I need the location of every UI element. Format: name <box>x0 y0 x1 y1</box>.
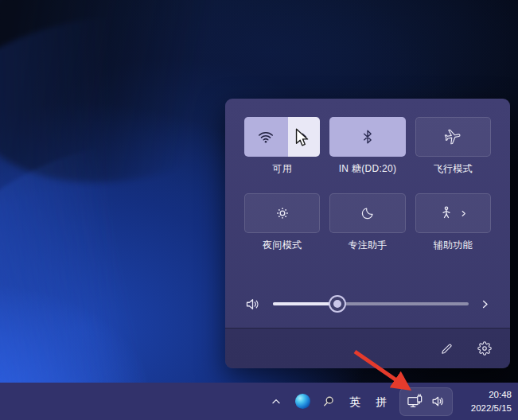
volume-slider[interactable] <box>273 296 469 312</box>
taskbar-clock[interactable]: 20:48 2022/5/15 <box>465 388 512 414</box>
wifi-cell: 可用 <box>244 117 320 176</box>
volume-expand-button[interactable] <box>479 298 491 310</box>
airplane-mode-label: 飞行模式 <box>415 162 491 176</box>
taskbar: 英 拼 20:48 2022/5/ <box>0 383 518 420</box>
edge-browser-icon <box>295 394 310 409</box>
accessibility-cell: 辅助功能 <box>415 193 491 252</box>
volume-icon <box>430 394 446 409</box>
wifi-expand-button[interactable] <box>288 117 321 157</box>
bluetooth-cell: IN 糖(DD:20) <box>329 117 405 176</box>
chevron-right-icon <box>459 209 468 218</box>
accessibility-tile[interactable] <box>415 193 491 233</box>
bluetooth-icon <box>360 129 376 145</box>
volume-row <box>244 296 491 312</box>
night-light-label: 夜间模式 <box>244 239 320 252</box>
wifi-icon <box>257 128 275 146</box>
wifi-toggle-button[interactable] <box>244 117 288 157</box>
clock-date: 2022/5/15 <box>465 402 512 415</box>
edge-browser-button[interactable] <box>294 392 310 411</box>
taskbar-quick-settings-button[interactable] <box>399 387 453 416</box>
bluetooth-label: IN 糖(DD:20) <box>329 162 405 176</box>
volume-slider-thumb[interactable] <box>330 297 345 311</box>
quick-settings-footer <box>225 328 510 368</box>
night-light-cell: 夜间模式 <box>244 193 320 252</box>
edit-quick-settings-button[interactable] <box>434 336 459 360</box>
focus-assist-cell: 专注助手 <box>329 193 405 252</box>
airplane-cell: 飞行模式 <box>415 117 491 176</box>
quick-settings-panel: 可用 IN 糖(DD:20) <box>225 99 510 368</box>
search-button[interactable] <box>321 392 337 411</box>
edit-pencil-icon <box>440 342 454 356</box>
wifi-tile[interactable] <box>244 117 320 157</box>
focus-assist-icon <box>360 205 376 221</box>
focus-assist-tile[interactable] <box>329 193 405 233</box>
speaker-icon[interactable] <box>244 296 261 313</box>
airplane-icon <box>444 128 462 146</box>
night-light-icon <box>274 204 291 222</box>
night-light-tile[interactable] <box>244 193 320 233</box>
airplane-mode-tile[interactable] <box>415 117 491 157</box>
search-icon <box>321 395 336 409</box>
language-indicator[interactable]: 英 <box>347 396 363 407</box>
show-hidden-icons-button[interactable] <box>268 392 284 411</box>
settings-gear-icon <box>477 341 492 356</box>
open-settings-button[interactable] <box>472 336 497 360</box>
volume-slider-fill <box>273 302 337 305</box>
accessibility-icon <box>438 205 454 221</box>
focus-assist-label: 专注助手 <box>329 239 405 252</box>
desktop-screen: 可用 IN 糖(DD:20) <box>0 0 518 420</box>
clock-time: 20:48 <box>465 388 512 402</box>
chevron-right-icon <box>298 131 310 142</box>
quick-settings-grid: 可用 IN 糖(DD:20) <box>244 117 491 252</box>
wifi-label: 可用 <box>244 162 320 176</box>
bluetooth-tile[interactable] <box>329 117 405 157</box>
accessibility-label: 辅助功能 <box>415 239 491 252</box>
chevron-up-icon <box>271 396 282 407</box>
ime-indicator[interactable]: 拼 <box>373 396 389 407</box>
network-display-icon <box>407 394 424 410</box>
